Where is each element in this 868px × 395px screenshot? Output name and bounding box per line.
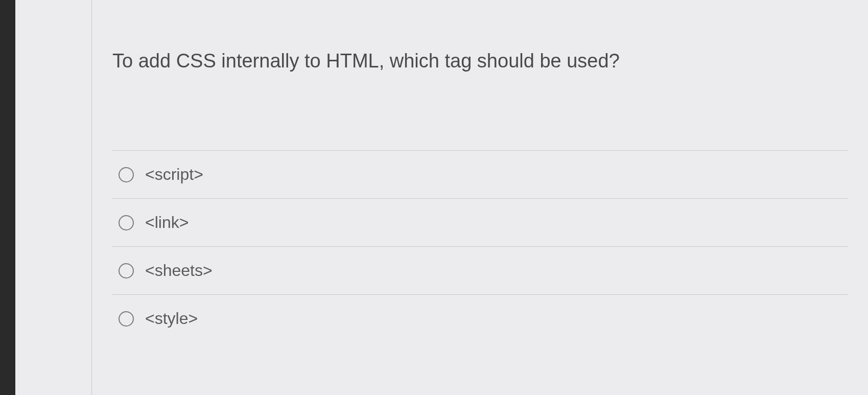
options-list: <script> <link> <sheets> <style> <box>112 150 848 333</box>
left-margin <box>15 0 92 395</box>
option-label: <script> <box>145 165 203 184</box>
question-panel: To add CSS internally to HTML, which tag… <box>92 0 868 395</box>
radio-icon <box>119 311 134 327</box>
option-row-3[interactable]: <sheets> <box>112 246 848 294</box>
option-label: <link> <box>145 213 189 232</box>
option-row-1[interactable]: <script> <box>112 150 848 198</box>
option-row-2[interactable]: <link> <box>112 198 848 246</box>
option-label: <sheets> <box>145 261 213 280</box>
radio-icon <box>119 215 134 230</box>
option-row-4[interactable]: <style> <box>112 294 848 333</box>
question-text: To add CSS internally to HTML, which tag… <box>112 49 848 74</box>
radio-icon <box>119 263 134 278</box>
radio-icon <box>119 167 134 182</box>
option-label: <style> <box>145 309 198 328</box>
screen-bezel <box>0 0 15 395</box>
